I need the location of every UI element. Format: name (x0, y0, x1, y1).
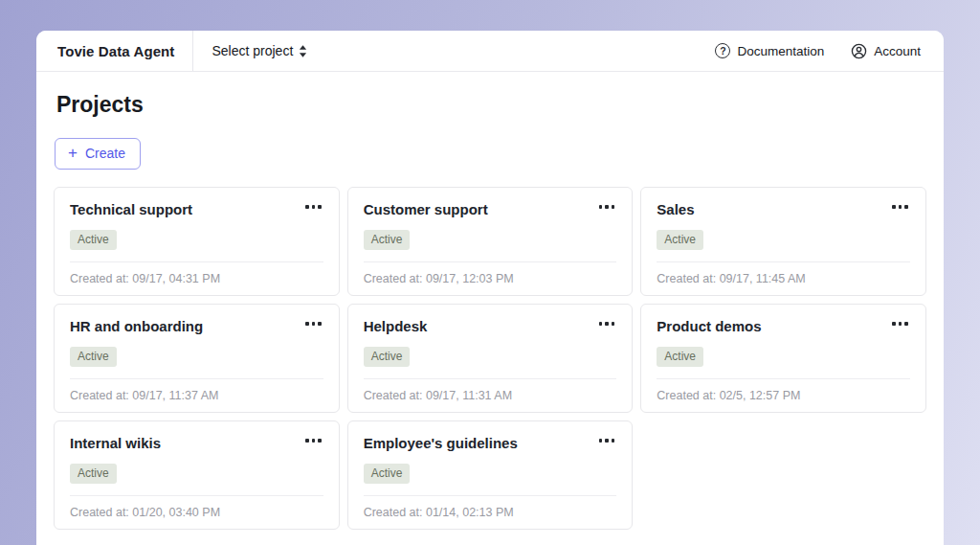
ellipsis-icon (599, 205, 615, 209)
created-at-text: Created at: 09/17, 04:31 PM (70, 261, 323, 285)
project-title: Technical support (70, 201, 192, 217)
status-badge: Active (70, 347, 117, 367)
projects-grid: Technical support Active Created at: 09/… (54, 187, 926, 530)
help-icon: ? (715, 43, 730, 58)
more-options-button[interactable] (597, 201, 617, 213)
project-title: Helpdesk (364, 318, 428, 334)
created-at-text: Created at: 09/17, 11:37 AM (70, 378, 323, 402)
more-options-button[interactable] (303, 435, 323, 446)
header-divider (192, 31, 193, 71)
ellipsis-icon (892, 322, 908, 326)
more-options-button[interactable] (597, 435, 617, 446)
top-bar: Tovie Data Agent Select project ? Docume… (36, 31, 944, 72)
created-at-text: Created at: 01/14, 02:13 PM (364, 495, 617, 519)
created-at-text: Created at: 01/20, 03:40 PM (70, 495, 323, 519)
created-at-text: Created at: 09/17, 11:31 AM (364, 378, 617, 402)
app-window: Tovie Data Agent Select project ? Docume… (36, 31, 944, 545)
project-title: Product demos (657, 318, 761, 334)
created-at-text: Created at: 09/17, 11:45 AM (657, 261, 910, 285)
account-button[interactable]: Account (851, 43, 921, 59)
project-card-product-demos[interactable]: Product demos Active Created at: 02/5, 1… (640, 304, 926, 413)
more-options-button[interactable] (890, 318, 910, 329)
project-card-hr-and-onboarding[interactable]: HR and onboarding Active Created at: 09/… (54, 304, 340, 413)
ellipsis-icon (599, 322, 615, 326)
created-at-text: Created at: 09/17, 12:03 PM (364, 261, 617, 285)
project-card-customer-support[interactable]: Customer support Active Created at: 09/1… (347, 187, 634, 296)
account-label: Account (874, 44, 921, 58)
status-badge: Active (364, 230, 411, 250)
project-selector-label: Select project (212, 43, 293, 58)
main-content: Projects + Create Technical support Acti… (36, 72, 944, 530)
top-bar-right: ? Documentation Account (715, 43, 921, 59)
create-button-label: Create (85, 146, 125, 161)
project-card-internal-wikis[interactable]: Internal wikis Active Created at: 01/20,… (54, 420, 340, 530)
create-project-button[interactable]: + Create (55, 138, 141, 170)
more-options-button[interactable] (597, 318, 617, 329)
project-title: Customer support (364, 201, 488, 217)
project-title: HR and onboarding (70, 318, 203, 334)
page-title: Projects (56, 92, 926, 118)
more-options-button[interactable] (303, 318, 323, 329)
status-badge: Active (364, 347, 411, 367)
ellipsis-icon (305, 322, 322, 326)
ellipsis-icon (599, 439, 615, 443)
documentation-link[interactable]: ? Documentation (715, 43, 824, 58)
documentation-label: Documentation (737, 44, 824, 58)
project-card-helpdesk[interactable]: Helpdesk Active Created at: 09/17, 11:31… (347, 304, 634, 413)
project-selector[interactable]: Select project (212, 43, 307, 58)
unfold-arrows-icon (299, 45, 307, 57)
project-card-employees-guidelines[interactable]: Employee's guidelines Active Created at:… (347, 420, 634, 530)
project-card-technical-support[interactable]: Technical support Active Created at: 09/… (54, 187, 340, 296)
ellipsis-icon (305, 439, 322, 443)
project-title: Internal wikis (70, 435, 161, 451)
status-badge: Active (657, 347, 703, 367)
project-card-sales[interactable]: Sales Active Created at: 09/17, 11:45 AM (640, 187, 926, 296)
more-options-button[interactable] (303, 201, 323, 213)
brand-logo[interactable]: Tovie Data Agent (57, 43, 174, 59)
status-badge: Active (364, 464, 411, 484)
created-at-text: Created at: 02/5, 12:57 PM (657, 378, 910, 402)
project-title: Sales (657, 201, 694, 217)
project-title: Employee's guidelines (364, 435, 518, 451)
more-options-button[interactable] (890, 201, 910, 213)
account-icon (851, 43, 867, 59)
status-badge: Active (657, 230, 703, 250)
ellipsis-icon (305, 205, 322, 209)
ellipsis-icon (892, 205, 908, 209)
plus-icon: + (68, 145, 78, 161)
status-badge: Active (70, 230, 117, 250)
status-badge: Active (70, 464, 117, 484)
